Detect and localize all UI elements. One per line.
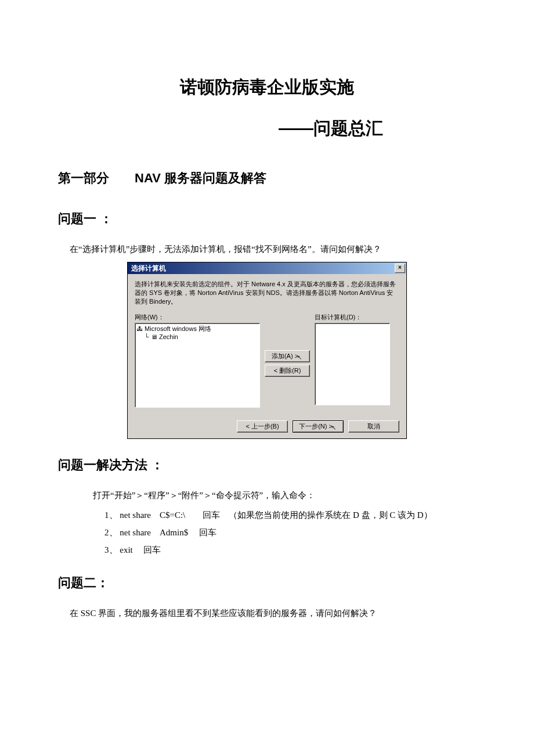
next-button[interactable]: 下一步(N) >↖ [293,420,344,433]
dialog-body: 选择计算机来安装先前选定的组件。对于 Netware 4.x 及更高版本的服务器… [128,274,406,415]
tree-child-label: Zechin [159,333,178,340]
network-tree[interactable]: 🖧 Microsoft windows 网络 └ 🖥 Zechin [135,323,260,408]
tree-branch-icon: └ [145,333,151,340]
network-label: 网络(W)： [135,313,260,322]
section-1-heading: 第一部分 NAV 服务器问题及解答 [58,170,476,187]
solution-intro: 打开“开始”＞“程序”＞“附件”＞“命令提示符”，输入命令： [93,488,476,502]
solution-step: 1、 net share C$=C:\ 回车 （如果您当前使用的操作系统在 D … [104,508,476,522]
tree-root[interactable]: 🖧 Microsoft windows 网络 [136,325,258,333]
computer-icon: 🖥 [151,333,159,340]
dialog-titlebar: 选择计算机 × [128,262,406,274]
cursor-icon: ↖ [331,424,336,431]
network-column: 网络(W)： 🖧 Microsoft windows 网络 └ 🖥 Zechin [135,313,260,408]
solution-step: 2、 net share Admin$ 回车 [104,525,476,539]
question-2-heading: 问题二： [58,574,476,592]
dialog-description: 选择计算机来安装先前选定的组件。对于 Netware 4.x 及更高版本的服务器… [135,280,399,306]
doc-title-1: 诺顿防病毒企业版实施 [58,75,476,99]
question-1-solution-heading: 问题一解决方法 ： [58,456,476,474]
doc-title-2: ——问题总汇 [58,117,476,141]
transfer-buttons: 添加(A) >↖ < 删除(R) [265,350,310,377]
dialog-title: 选择计算机 [131,264,166,273]
network-icon: 🖧 [136,325,145,332]
select-computer-dialog: 选择计算机 × 选择计算机来安装先前选定的组件。对于 Netware 4.x 及… [127,262,407,439]
add-button-label: 添加(A) > [272,352,298,359]
dialog-footer: < 上一步(B) 下一步(N) >↖ 取消 [128,415,406,438]
target-column: 目标计算机(D)： [315,313,390,405]
tree-root-label: Microsoft windows 网络 [145,325,211,332]
remove-button[interactable]: < 删除(R) [265,365,310,377]
back-button[interactable]: < 上一步(B) [237,420,288,433]
screenshot-wrap: 选择计算机 × 选择计算机来安装先前选定的组件。对于 Netware 4.x 及… [58,262,476,439]
question-1-heading: 问题一 ： [58,210,476,228]
cursor-icon: ↖ [297,354,302,361]
add-button[interactable]: 添加(A) >↖ [265,350,310,362]
next-button-label: 下一步(N) > [299,423,333,430]
question-2-text: 在 SSC 界面，我的服务器组里看不到某些应该能看到的服务器，请问如何解决？ [70,606,476,620]
target-label: 目标计算机(D)： [315,313,390,322]
close-button[interactable]: × [395,264,405,273]
tree-child[interactable]: └ 🖥 Zechin [136,333,258,341]
dialog-columns: 网络(W)： 🖧 Microsoft windows 网络 └ 🖥 Zechin [135,313,399,408]
question-1-text: 在“选择计算机”步骤时，无法添加计算机，报错“找不到网络名”。请问如何解决？ [70,242,476,256]
document-page: 诺顿防病毒企业版实施 ——问题总汇 第一部分 NAV 服务器问题及解答 问题一 … [0,0,534,672]
solution-step: 3、 exit 回车 [104,543,476,557]
target-list[interactable] [315,323,390,405]
cancel-button[interactable]: 取消 [348,420,399,433]
